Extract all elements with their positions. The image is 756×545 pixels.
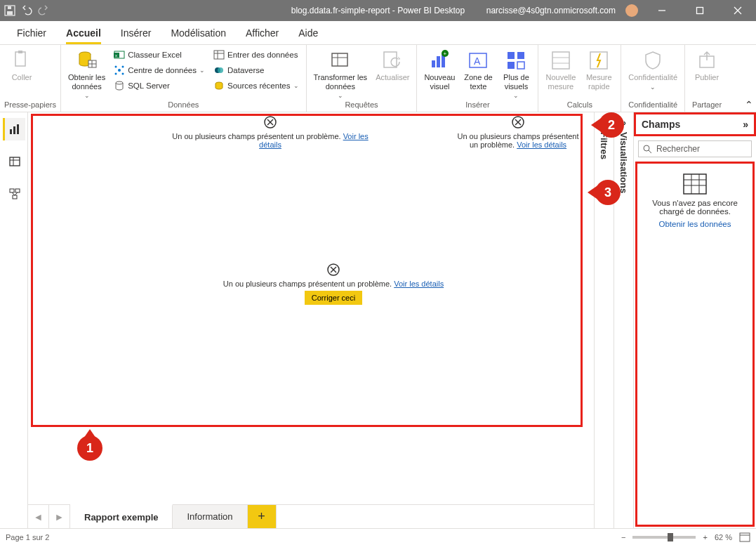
zoom-in-button[interactable]: + [703,533,707,541]
get-data-link[interactable]: Obtenir les données [659,220,731,228]
sensitivity-button[interactable]: Confidentialité ⌄ [625,48,680,91]
page-indicator: Page 1 sur 2 [6,533,49,541]
maximize-button[interactable] [686,0,714,21]
svg-rect-63 [15,189,20,192]
paste-button[interactable]: Coller [4,48,39,82]
menu-modeling[interactable]: Modélisation [161,23,236,44]
ribbon-label-clipboard: Presse-papiers [4,99,56,110]
ribbon-group-queries: Transformer les données ⌄ Actualiser Req… [307,45,418,112]
svg-text:A: A [474,55,481,67]
data-hub-button[interactable]: Centre de données⌄ [111,63,208,77]
redo-icon[interactable] [38,5,49,16]
quick-measure-icon [588,49,610,72]
visual-error-2: Un ou plusieurs champs présentent un pro… [455,115,581,149]
collapse-icon[interactable]: » [743,119,748,130]
tab-next-button[interactable]: ► [49,505,70,528]
transform-icon [329,49,352,72]
fix-button[interactable]: Corriger ceci [305,291,362,305]
tab-prev-button[interactable]: ◄ [28,505,49,528]
svg-text:x: x [115,53,117,58]
svg-rect-58 [17,124,19,134]
zoom-out-button[interactable]: − [621,533,625,541]
ribbon-group-data: Obtenir les données ⌄ xClasseur Excel Ce… [61,45,307,112]
ribbon-group-calc: Nouvelle mesure Mesure rapide Calculs [538,45,621,112]
chart-icon: + [428,49,451,72]
menu-insert[interactable]: Insérer [111,23,161,44]
menu-file[interactable]: Fichier [7,23,56,44]
menu-view[interactable]: Afficher [236,23,289,44]
no-data-text: Vous n'avez pas encore chargé de données… [644,199,745,216]
svg-text:+: + [444,51,447,57]
sql-button[interactable]: SQL Server [111,79,208,93]
report-canvas[interactable]: Un ou plusieurs champs présentent un pro… [28,112,594,504]
fit-page-button[interactable] [739,532,750,542]
svg-rect-78 [684,174,706,194]
new-measure-button[interactable]: Nouvelle mesure [543,48,578,91]
svg-line-66 [15,192,18,195]
svg-point-28 [122,73,124,75]
error-details-link[interactable]: Voir les détails [394,280,444,288]
ribbon-label-sensitivity: Confidentialité [625,99,680,110]
minimize-button[interactable] [648,0,676,21]
svg-point-27 [115,73,117,75]
title-bar: blog.ddata.fr-simple-report - Power BI D… [0,0,756,21]
svg-rect-49 [508,62,515,69]
tab-add-button[interactable]: + [248,505,277,528]
refresh-button[interactable]: Actualiser [373,48,412,82]
filters-pane-collapsed[interactable]: ▽ Filtres [594,112,614,528]
textbox-icon: A [467,49,489,72]
excel-button[interactable]: xClasseur Excel [111,48,208,62]
undo-icon[interactable] [21,5,32,16]
avatar[interactable] [625,4,638,17]
error-icon [511,115,525,129]
svg-point-25 [115,66,117,68]
get-data-button[interactable]: Obtenir les données ⌄ [65,48,108,99]
fields-pane-header[interactable]: Champs » [634,112,756,136]
svg-rect-59 [10,157,20,166]
svg-rect-64 [13,195,17,199]
ribbon-group-share: Publier Partager [685,45,729,112]
ribbon-group-clipboard: Coller Presse-papiers [0,45,61,112]
ribbon-group-insert: + Nouveau visuel A Zone de texte Plus de… [417,45,538,112]
annotation-marker-3: 3 [595,180,621,205]
more-visuals-button[interactable]: Plus de visuels ⌄ [498,48,533,99]
svg-rect-2 [8,6,11,9]
visualizations-pane-collapsed[interactable]: » Visualisations 3 [614,112,633,528]
svg-rect-50 [517,62,524,69]
report-view-button[interactable] [3,118,25,140]
tab-report-example[interactable]: Rapport exemple [70,504,173,528]
svg-rect-30 [214,51,224,59]
close-button[interactable] [724,0,752,21]
svg-point-26 [122,66,124,68]
new-visual-button[interactable]: + Nouveau visuel [421,48,458,91]
status-bar: Page 1 sur 2 − + 62 % [0,528,756,545]
enter-data-button[interactable]: Entrer des données [211,48,302,62]
data-view-button[interactable] [3,150,25,173]
transform-button[interactable]: Transformer les données ⌄ [311,48,371,99]
zoom-slider[interactable] [632,536,696,539]
ribbon-label-queries: Requêtes [311,99,413,110]
refresh-icon [381,49,404,72]
ribbon-label-insert: Insérer [421,99,533,110]
ribbon: Coller Presse-papiers Obtenir les donnée… [0,45,756,112]
chevron-down-icon: ⌄ [199,67,205,74]
save-icon[interactable] [4,5,15,16]
menu-home[interactable]: Accueil [56,23,111,44]
menu-help[interactable]: Aide [289,23,328,44]
user-email[interactable]: narcisse@4s0gtn.onmicrosoft.com [486,6,616,15]
tab-information[interactable]: Information [173,505,247,528]
dataverse-button[interactable]: Dataverse [211,63,302,77]
fields-search[interactable]: Rechercher [638,140,752,157]
svg-rect-39 [384,52,397,67]
recent-sources-button[interactable]: Sources récentes⌄ [211,79,302,93]
error-details-link[interactable]: Voir les détails [517,140,566,149]
ribbon-collapse-icon[interactable]: ⌃ [745,99,753,110]
svg-point-76 [644,145,649,151]
text-box-button[interactable]: A Zone de texte [460,48,496,91]
quick-measure-button[interactable]: Mesure rapide [581,48,616,91]
model-view-button[interactable] [3,183,25,205]
page-tab-bar: ◄ ► Rapport exemple Information + [28,504,594,528]
menu-bar: Fichier Accueil Insérer Modélisation Aff… [0,21,756,45]
publish-button[interactable]: Publier [689,48,724,82]
annotation-marker-2: 2 [599,112,624,138]
